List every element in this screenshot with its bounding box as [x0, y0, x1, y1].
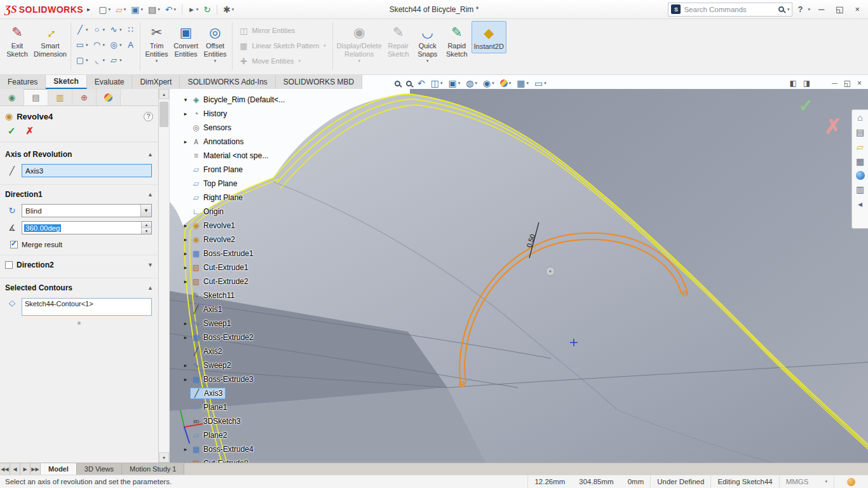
rebuild-button[interactable]: ↻ — [201, 3, 213, 17]
graphics-area[interactable]: 0.50 Bicycle_Rim (Default<... History — [170, 89, 868, 463]
motion-study-tab[interactable]: Motion Study 1 — [122, 463, 184, 475]
line-tool-button[interactable]: ╱▾ — [73, 22, 90, 37]
options-button[interactable]: ✱▾ — [221, 3, 236, 17]
tree-item[interactable]: Origin — [181, 205, 287, 219]
custom-properties-icon[interactable]: ▥ — [856, 184, 864, 194]
tab-scroll-left-button[interactable]: ◀ — [10, 463, 20, 475]
toolbar-expand-icon[interactable]: ▸ — [87, 6, 90, 13]
definition-status[interactable]: Under Defined — [650, 475, 710, 488]
tree-item[interactable]: Right Plane — [181, 191, 287, 205]
new-document-button[interactable]: ▢▾ — [97, 3, 112, 17]
expand-arrow-icon[interactable] — [181, 278, 190, 285]
open-button[interactable]: ▱▾ — [114, 3, 128, 17]
tree-item[interactable]: 3DSketch3 — [181, 414, 287, 428]
expand-arrow-icon[interactable] — [181, 97, 190, 103]
appearances-icon[interactable] — [856, 171, 865, 180]
section-view-button[interactable]: ◫▾ — [429, 77, 445, 90]
tree-item[interactable]: Cut-Extrude8 — [181, 456, 287, 463]
feature-manager-tab[interactable]: ◉ — [0, 89, 24, 105]
expand-arrow-icon[interactable] — [181, 362, 190, 369]
expand-arrow-icon[interactable] — [181, 222, 190, 229]
direction2-checkbox[interactable] — [5, 261, 13, 269]
search-caret-icon[interactable]: ▾ — [787, 7, 790, 12]
tree-item[interactable]: Plane1 — [181, 400, 287, 414]
tree-item[interactable]: Annotations — [181, 135, 287, 149]
tab-solidworks-addins[interactable]: SOLIDWORKS Add-Ins — [180, 75, 275, 89]
merge-result-checkbox[interactable] — [10, 241, 18, 248]
tree-item[interactable]: Sweep2 — [181, 358, 287, 372]
section-axis-of-revolution[interactable]: Axis of Revolution ▲ — [0, 145, 158, 162]
tab-features[interactable]: Features — [0, 75, 46, 89]
tree-item[interactable]: Boss-Extrude2 — [181, 330, 287, 344]
tree-item-axis3-selected[interactable]: Axis3 — [181, 386, 287, 400]
cancel-button[interactable]: ✗ — [26, 125, 34, 137]
3d-views-tab[interactable]: 3D Views — [77, 463, 122, 475]
doc-close-button[interactable]: × — [857, 79, 862, 88]
expand-arrow-icon[interactable] — [181, 376, 190, 383]
dimxpert-manager-tab[interactable]: ⊕ — [72, 89, 97, 105]
tag-zone[interactable] — [834, 475, 868, 488]
select-button[interactable]: ►▾ — [186, 3, 200, 17]
doc-restore-button[interactable]: ◱ — [844, 79, 851, 88]
home-icon[interactable]: ⌂ — [857, 112, 862, 123]
expand-arrow-icon[interactable] — [181, 264, 190, 271]
tab-scroll-right-button[interactable]: ▶ — [20, 463, 31, 475]
tree-item[interactable]: Boss-Extrude3 — [181, 372, 287, 386]
rapid-sketch-button[interactable]: ✎ Rapid Sketch — [442, 21, 471, 60]
tree-item[interactable]: Material <not spe... — [181, 149, 287, 163]
save-button[interactable]: ▣▾ — [129, 3, 145, 17]
configuration-manager-tab[interactable]: ▥ — [48, 89, 72, 105]
tab-solidworks-mbd[interactable]: SOLIDWORKS MBD — [276, 75, 362, 89]
display-manager-tab[interactable] — [97, 89, 121, 105]
scrollbar-thumb[interactable] — [159, 102, 168, 127]
tree-item[interactable]: Top Plane — [181, 177, 287, 191]
design-library-icon[interactable]: ▤ — [856, 127, 864, 137]
pm-help-button[interactable]: ? — [144, 112, 153, 121]
spin-down-icon[interactable]: ▼ — [142, 227, 151, 234]
ellipse-tool-button[interactable]: ◎▾ — [107, 37, 124, 52]
trim-entities-button[interactable]: ✂ Trim Entities ▾ — [142, 21, 172, 65]
pane-split-right-icon[interactable]: ◨ — [803, 79, 810, 88]
tree-item[interactable]: Cut-Extrude1 — [181, 261, 287, 274]
help-button[interactable]: ? — [797, 4, 803, 14]
expand-arrow-icon[interactable] — [181, 446, 190, 452]
expand-arrow-icon[interactable] — [181, 236, 190, 243]
tab-evaluate[interactable]: Evaluate — [87, 75, 133, 89]
text-tool-button[interactable]: A — [124, 37, 138, 52]
section-direction2[interactable]: Direction2 ▼ — [0, 255, 158, 273]
tree-item[interactable]: Plane2 — [181, 428, 287, 442]
chevron-down-icon[interactable]: ▼ — [140, 205, 151, 217]
angle-spinner[interactable]: ▲▼ — [141, 222, 151, 234]
selected-contours-list[interactable]: Sketch44-Contour<1> — [22, 298, 152, 316]
minimize-button[interactable]: ─ — [815, 4, 827, 14]
offset-entities-button[interactable]: ◎ Offset Entities ▾ — [201, 21, 230, 65]
instant2d-button[interactable]: ◆ Instant2D — [471, 21, 506, 53]
search-commands-box[interactable]: S Search Commands ▾ — [668, 3, 792, 17]
panel-resize-handle[interactable] — [78, 322, 81, 325]
tree-item[interactable]: Cut-Extrude2 — [181, 274, 287, 288]
arc-tool-button[interactable]: ◠▾ — [90, 37, 107, 52]
slot-tool-button[interactable]: ▢▾ — [73, 53, 90, 67]
edit-appearance-button[interactable]: ▾ — [498, 77, 513, 90]
exit-sketch-button[interactable]: ✎ Exit Sketch — [3, 21, 32, 60]
undo-button[interactable]: ↶▾ — [163, 3, 178, 17]
view-settings-button[interactable]: ▭▾ — [532, 77, 548, 90]
tab-dimxpert[interactable]: DimXpert — [132, 75, 180, 89]
tree-item[interactable]: Sketch11 — [181, 288, 287, 302]
model-tab[interactable]: Model — [41, 463, 77, 475]
close-button[interactable]: × — [851, 4, 863, 14]
expand-arrow-icon[interactable] — [181, 111, 190, 117]
restore-button[interactable]: ◱ — [832, 4, 846, 14]
fillet-tool-button[interactable]: ◟▾ — [90, 53, 107, 67]
expand-arrow-icon[interactable] — [181, 250, 190, 257]
circle-tool-button[interactable]: ○▾ — [90, 22, 107, 37]
file-explorer-icon[interactable]: ▱ — [857, 142, 864, 152]
merge-result-row[interactable]: Merge result — [0, 236, 158, 250]
tree-item[interactable]: Axis2 — [181, 344, 287, 358]
tab-scroll-first-button[interactable]: ◀◀ — [0, 463, 10, 475]
plane-tool-button[interactable]: ▱▾ — [107, 53, 124, 67]
doc-minimize-button[interactable]: ─ — [832, 79, 837, 88]
expand-arrow-icon[interactable] — [181, 139, 190, 145]
print-button[interactable]: ▤▾ — [146, 3, 162, 17]
convert-entities-button[interactable]: ▣ Convert Entities — [172, 21, 201, 60]
